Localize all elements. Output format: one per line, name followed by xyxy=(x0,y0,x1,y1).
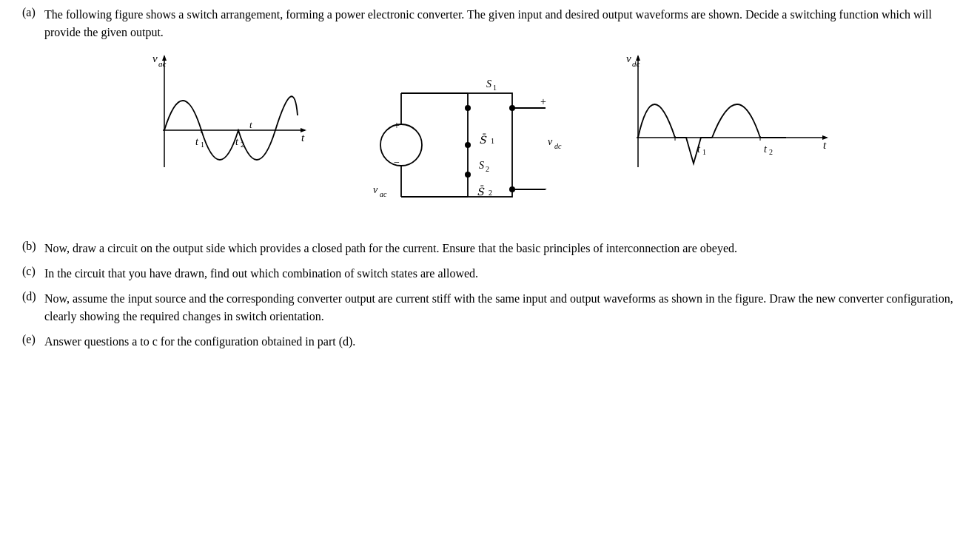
svg-text:S̄: S̄ xyxy=(479,133,487,146)
svg-point-42 xyxy=(509,105,515,111)
svg-text:ac: ac xyxy=(380,190,387,198)
svg-text:t: t xyxy=(235,136,239,147)
svg-text:1: 1 xyxy=(201,141,204,149)
svg-text:v: v xyxy=(152,53,158,64)
svg-text:2: 2 xyxy=(486,165,489,173)
label-a: (a) xyxy=(22,6,44,41)
svg-point-34 xyxy=(465,172,471,178)
svg-point-31 xyxy=(465,142,471,148)
label-c: (c) xyxy=(22,265,44,283)
svg-text:v: v xyxy=(373,184,378,195)
svg-text:dc: dc xyxy=(554,142,562,150)
svg-point-14 xyxy=(380,124,422,166)
svg-point-39 xyxy=(509,186,515,192)
text-d: Now, assume the input source and the cor… xyxy=(44,290,958,326)
question-d: (d) Now, assume the input source and the… xyxy=(22,290,958,326)
svg-text:t: t xyxy=(764,144,768,155)
question-a: (a) The following figure shows a switch … xyxy=(22,6,958,41)
svg-text:1: 1 xyxy=(493,84,497,92)
label-e: (e) xyxy=(22,333,44,351)
svg-marker-46 xyxy=(636,55,640,61)
svg-text:1: 1 xyxy=(702,148,706,156)
svg-text:−: − xyxy=(394,157,400,168)
svg-text:t: t xyxy=(823,139,827,151)
svg-text:S: S xyxy=(486,78,491,90)
svg-text:2: 2 xyxy=(241,141,244,149)
question-b: (b) Now, draw a circuit on the output si… xyxy=(22,240,958,257)
question-e: (e) Answer questions a to c for the conf… xyxy=(22,333,958,351)
svg-text:t: t xyxy=(301,132,305,144)
svg-text:+: + xyxy=(394,120,400,131)
svg-text:S̄: S̄ xyxy=(477,185,485,198)
text-c: In the circuit that you have drawn, find… xyxy=(44,265,958,283)
circuit-diagram: + − v ac S 1 + S̄ 1 S 2 S̄ 2 xyxy=(357,49,571,226)
svg-text:S: S xyxy=(479,160,484,171)
text-b: Now, draw a circuit on the output side w… xyxy=(44,240,958,257)
svg-marker-3 xyxy=(162,55,167,61)
label-d: (d) xyxy=(22,290,44,326)
text-e: Answer questions a to c for the configur… xyxy=(44,333,958,351)
svg-rect-23 xyxy=(468,93,512,197)
svg-point-26 xyxy=(465,105,471,111)
svg-text:v: v xyxy=(626,53,631,64)
svg-text:1: 1 xyxy=(491,137,494,145)
output-waveform: v dc t t 1 t 2 xyxy=(616,49,838,197)
label-b: (b) xyxy=(22,240,44,257)
text-a: The following figure shows a switch arra… xyxy=(44,6,958,41)
question-c: (c) In the circuit that you have drawn, … xyxy=(22,265,958,283)
svg-text:t: t xyxy=(697,144,701,155)
svg-text:−: − xyxy=(540,183,547,195)
diagram-area: v ac t t 1 t 2 t + − v ac xyxy=(22,49,958,226)
svg-text:+: + xyxy=(540,96,546,107)
svg-text:2: 2 xyxy=(489,189,492,197)
svg-text:2: 2 xyxy=(769,148,773,156)
svg-text:v: v xyxy=(548,136,553,147)
input-waveform: v ac t t 1 t 2 t xyxy=(142,49,312,197)
svg-text:t: t xyxy=(249,119,252,130)
svg-text:t: t xyxy=(195,136,199,147)
